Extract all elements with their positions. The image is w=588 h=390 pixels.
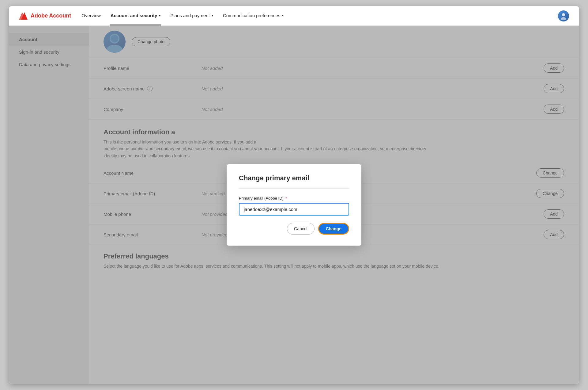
nav-plans-payment[interactable]: Plans and payment ▾	[170, 6, 213, 25]
primary-email-input[interactable]	[239, 203, 349, 216]
nav-overview[interactable]: Overview	[81, 6, 101, 25]
chevron-down-icon: ▾	[212, 14, 213, 17]
adobe-logo[interactable]: Adobe Account	[19, 12, 71, 20]
top-nav: Adobe Account Overview Account and secur…	[9, 6, 579, 26]
avatar[interactable]	[558, 10, 569, 21]
change-email-modal: Change primary email Primary email (Adob…	[227, 164, 361, 246]
chevron-down-icon: ▾	[282, 14, 284, 17]
modal-overlay: Change primary email Primary email (Adob…	[9, 26, 579, 384]
chevron-down-icon: ▾	[159, 14, 160, 17]
required-marker: *	[285, 196, 287, 201]
logo-text: Adobe Account	[31, 13, 71, 19]
modal-email-label: Primary email (Adobe ID) *	[239, 196, 349, 201]
svg-point-2	[562, 13, 565, 16]
cancel-button[interactable]: Cancel	[287, 223, 315, 235]
main-layout: Account Sign-in and security Data and pr…	[9, 26, 579, 384]
nav-right	[558, 10, 569, 21]
svg-point-3	[561, 17, 566, 20]
modal-actions: Cancel Change	[239, 223, 349, 235]
nav-comm-prefs[interactable]: Communication preferences ▾	[222, 6, 285, 25]
nav-account-security[interactable]: Account and security ▾	[110, 6, 161, 25]
nav-links: Overview Account and security ▾ Plans an…	[81, 6, 548, 25]
modal-divider	[239, 188, 349, 189]
change-button[interactable]: Change	[318, 223, 349, 235]
modal-title: Change primary email	[239, 174, 349, 182]
